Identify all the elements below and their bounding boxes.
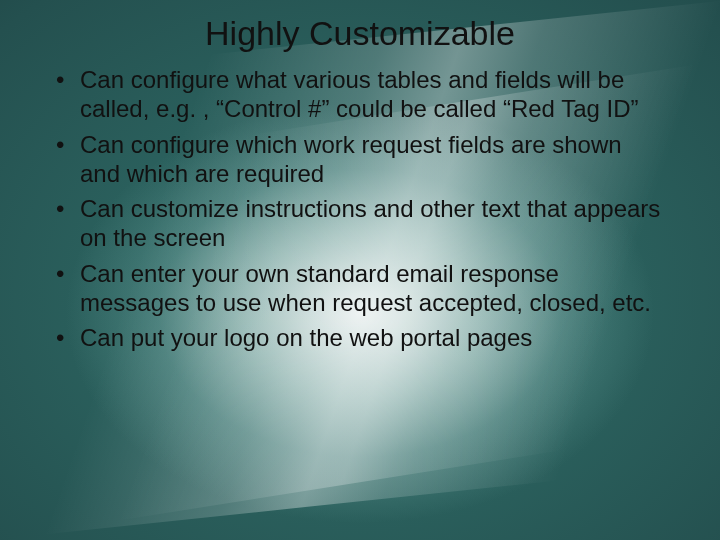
slide-content: Highly Customizable Can configure what v… [0, 0, 720, 352]
list-item: Can configure which work request fields … [76, 130, 668, 189]
list-item: Can customize instructions and other tex… [76, 194, 668, 253]
slide: Highly Customizable Can configure what v… [0, 0, 720, 540]
list-item: Can configure what various tables and fi… [76, 65, 668, 124]
list-item: Can enter your own standard email respon… [76, 259, 668, 318]
bullet-list: Can configure what various tables and fi… [42, 65, 678, 352]
list-item: Can put your logo on the web portal page… [76, 323, 668, 352]
slide-title: Highly Customizable [42, 14, 678, 53]
